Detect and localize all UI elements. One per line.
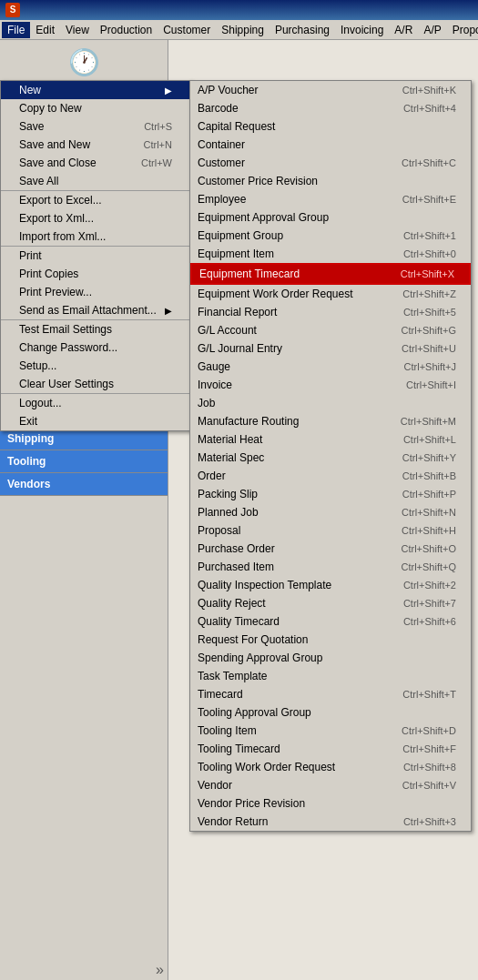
file-menu-item-export-to-excel-[interactable]: Export to Excel...	[1, 190, 190, 209]
submenu-item-invoice[interactable]: InvoiceCtrl+Shift+I	[190, 376, 471, 394]
submenu-item-job[interactable]: Job	[190, 394, 471, 412]
submenu-item-tooling-timecard[interactable]: Tooling TimecardCtrl+Shift+F	[190, 740, 471, 758]
submenu-item-label: G/L Journal Entry	[198, 342, 282, 355]
submenu-item-manufacture-routing[interactable]: Manufacture RoutingCtrl+Shift+M	[190, 412, 471, 430]
submenu-item-equipment-work-order-request[interactable]: Equipment Work Order RequestCtrl+Shift+Z	[190, 285, 471, 303]
file-dropdown: New▶Copy to NewSaveCtrl+SSave and NewCtr…	[0, 80, 191, 431]
menu-item-customer[interactable]: Customer	[158, 22, 216, 38]
submenu-item-label: Financial Report	[198, 306, 277, 318]
submenu-item-shortcut: Ctrl+Shift+Z	[402, 288, 456, 299]
submenu-item-packing-slip[interactable]: Packing SlipCtrl+Shift+P	[190, 485, 471, 503]
menu-item-a-r[interactable]: A/R	[389, 22, 418, 38]
submenu-item-shortcut: Ctrl+Shift+N	[402, 507, 456, 518]
submenu-item-order[interactable]: OrderCtrl+Shift+B	[190, 467, 471, 485]
file-menu-item-exit[interactable]: Exit	[1, 412, 190, 430]
submenu-item-financial-report[interactable]: Financial ReportCtrl+Shift+5	[190, 303, 471, 321]
file-menu-item-import-from-xml-[interactable]: Import from Xml...	[1, 227, 190, 246]
file-menu-item-clear-user-settings[interactable]: Clear User Settings	[1, 375, 190, 393]
submenu-item-label: Gauge	[198, 360, 230, 373]
submenu-item-employee[interactable]: EmployeeCtrl+Shift+E	[190, 190, 471, 208]
submenu-item-quality-inspection-template[interactable]: Quality Inspection TemplateCtrl+Shift+2	[190, 576, 471, 594]
menu-item-file[interactable]: File	[2, 22, 30, 38]
file-menu-item-export-to-xml-[interactable]: Export to Xml...	[1, 209, 190, 227]
submenu-item-label: Vendor	[198, 779, 232, 792]
file-menu-item-copy-to-new[interactable]: Copy to New	[1, 99, 190, 117]
nav-item-tooling[interactable]: Tooling	[0, 450, 168, 473]
file-menu-item-save[interactable]: SaveCtrl+S	[1, 117, 190, 136]
submenu-item-label: Vendor Return	[198, 815, 268, 828]
file-menu-item-print-preview-[interactable]: Print Preview...	[1, 283, 190, 301]
file-menu-item-save-and-new[interactable]: Save and NewCtrl+N	[1, 136, 190, 154]
submenu-item-label: Quality Reject	[198, 597, 266, 610]
submenu-item-label: Tooling Item	[198, 724, 257, 737]
file-menu-item-print-copies[interactable]: Print Copies	[1, 265, 190, 283]
submenu-item-customer[interactable]: CustomerCtrl+Shift+C	[190, 154, 471, 172]
submenu-item-capital-request[interactable]: Capital Request	[190, 117, 471, 136]
submenu-item-label: Timecard	[198, 688, 243, 701]
menu-item-view[interactable]: View	[60, 22, 95, 38]
submenu-item-container[interactable]: Container	[190, 136, 471, 154]
submenu-item-equipment-group[interactable]: Equipment GroupCtrl+Shift+1	[190, 227, 471, 245]
menu-item-purchasing[interactable]: Purchasing	[270, 22, 335, 38]
submenu-item-vendor[interactable]: VendorCtrl+Shift+V	[190, 776, 471, 794]
submenu-item-tooling-item[interactable]: Tooling ItemCtrl+Shift+D	[190, 722, 471, 740]
submenu-item-shortcut: Ctrl+Shift+K	[402, 85, 456, 96]
submenu-item-shortcut: Ctrl+Shift+6	[403, 616, 456, 627]
submenu-item-shortcut: Ctrl+Shift+L	[403, 434, 456, 445]
submenu-item-label: Order	[198, 470, 226, 482]
submenu-item-a-p-voucher[interactable]: A/P VoucherCtrl+Shift+K	[190, 81, 471, 99]
submenu-item-shortcut: Ctrl+Shift+8	[403, 762, 456, 773]
submenu-item-gauge[interactable]: GaugeCtrl+Shift+J	[190, 358, 471, 376]
submenu-item-vendor-price-revision[interactable]: Vendor Price Revision	[190, 794, 471, 813]
menu-item-invoicing[interactable]: Invoicing	[335, 22, 389, 38]
submenu-item-label: Packing Slip	[198, 488, 258, 500]
file-menu-item-save-and-close[interactable]: Save and CloseCtrl+W	[1, 154, 190, 172]
file-menu-item-setup-[interactable]: Setup...	[1, 357, 190, 375]
file-menu-item-print[interactable]: Print	[1, 246, 190, 265]
submenu-item-vendor-return[interactable]: Vendor ReturnCtrl+Shift+3	[190, 813, 471, 831]
file-menu-item-test-email-settings[interactable]: Test Email Settings	[1, 319, 190, 338]
submenu-item-spending-approval-group[interactable]: Spending Approval Group	[190, 649, 471, 667]
submenu-item-shortcut: Ctrl+Shift+Y	[402, 452, 456, 463]
submenu-item-shortcut: Ctrl+Shift+D	[402, 725, 456, 736]
submenu-item-label: Customer	[198, 157, 245, 169]
submenu-item-request-for-quotation[interactable]: Request For Quotation	[190, 631, 471, 649]
nav-item-vendors[interactable]: Vendors	[0, 473, 168, 496]
submenu-item-equipment-approval-group[interactable]: Equipment Approval Group	[190, 208, 471, 227]
submenu-item-shortcut: Ctrl+Shift+M	[401, 416, 456, 427]
submenu-item-g-l-journal-entry[interactable]: G/L Journal EntryCtrl+Shift+U	[190, 339, 471, 358]
file-menu-item-new[interactable]: New▶	[1, 81, 190, 99]
submenu-item-equipment-item[interactable]: Equipment ItemCtrl+Shift+0	[190, 245, 471, 263]
submenu-item-quality-reject[interactable]: Quality RejectCtrl+Shift+7	[190, 594, 471, 612]
submenu-item-shortcut: Ctrl+Shift+F	[402, 743, 456, 754]
submenu-item-material-spec[interactable]: Material SpecCtrl+Shift+Y	[190, 449, 471, 467]
menu-item-shipping[interactable]: Shipping	[216, 22, 270, 38]
submenu-item-shortcut: Ctrl+Shift+E	[402, 194, 456, 205]
submenu-item-planned-job[interactable]: Planned JobCtrl+Shift+N	[190, 503, 471, 521]
submenu-item-tooling-approval-group[interactable]: Tooling Approval Group	[190, 703, 471, 722]
submenu-item-purchase-order[interactable]: Purchase OrderCtrl+Shift+O	[190, 540, 471, 558]
submenu-item-equipment-timecard[interactable]: Equipment TimecardCtrl+Shift+X	[190, 263, 471, 285]
submenu-item-proposal[interactable]: ProposalCtrl+Shift+H	[190, 521, 471, 540]
submenu-item-quality-timecard[interactable]: Quality TimecardCtrl+Shift+6	[190, 612, 471, 631]
file-menu-item-logout-[interactable]: Logout...	[1, 393, 190, 412]
menu-item-a-p[interactable]: A/P	[418, 22, 446, 38]
scroll-arrow[interactable]: »	[0, 960, 168, 980]
submenu-item-shortcut: Ctrl+Shift+0	[403, 248, 456, 259]
submenu-item-g-l-account[interactable]: G/L AccountCtrl+Shift+G	[190, 321, 471, 339]
submenu-item-shortcut: Ctrl+Shift+U	[402, 343, 456, 354]
submenu-item-barcode[interactable]: BarcodeCtrl+Shift+4	[190, 99, 471, 117]
file-menu-item-save-all[interactable]: Save All	[1, 172, 190, 190]
submenu-item-customer-price-revision[interactable]: Customer Price Revision	[190, 172, 471, 190]
file-menu-item-send-as-email-attachment-[interactable]: Send as Email Attachment...▶	[1, 301, 190, 319]
submenu-item-material-heat[interactable]: Material HeatCtrl+Shift+L	[190, 430, 471, 449]
submenu-item-task-template[interactable]: Task Template	[190, 667, 471, 685]
menu-item-proposal[interactable]: Proposal	[447, 22, 478, 38]
menu-item-production[interactable]: Production	[95, 22, 158, 38]
submenu-item-shortcut: Ctrl+Shift+T	[402, 689, 456, 700]
submenu-item-timecard[interactable]: TimecardCtrl+Shift+T	[190, 685, 471, 703]
file-menu-item-change-password-[interactable]: Change Password...	[1, 338, 190, 357]
submenu-item-purchased-item[interactable]: Purchased ItemCtrl+Shift+Q	[190, 558, 471, 576]
submenu-item-tooling-work-order-request[interactable]: Tooling Work Order RequestCtrl+Shift+8	[190, 758, 471, 776]
menu-item-edit[interactable]: Edit	[30, 22, 60, 38]
